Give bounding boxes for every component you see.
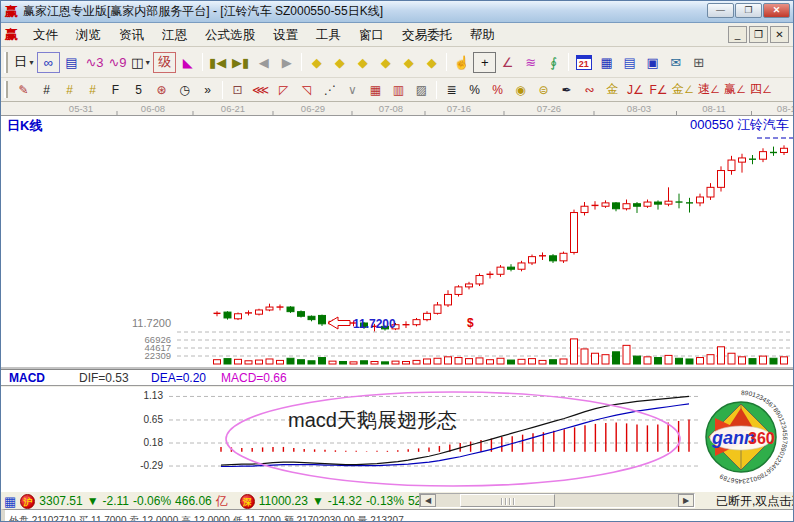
more-chevron-icon[interactable]: » — [196, 80, 219, 99]
gann-fan-icon[interactable]: ⋘ — [249, 80, 272, 99]
curve-tool-icon[interactable]: ∮ — [542, 52, 565, 73]
maximize-button[interactable]: ❐ — [735, 3, 762, 18]
menu-news[interactable]: 资讯 — [110, 26, 153, 44]
mail-icon[interactable]: ✉ — [664, 52, 687, 73]
connection-status-text[interactable]: 已断开,双点击连接 — [716, 493, 794, 510]
angle-f-icon[interactable]: F∠ — [647, 80, 670, 99]
shanghai-icon: 沪 — [20, 494, 35, 509]
angle-win-icon[interactable]: 赢∠ — [722, 80, 748, 99]
menu-trade-order[interactable]: 交易委托 — [393, 26, 461, 44]
pan-hand-icon[interactable]: ☝ — [450, 52, 473, 73]
angle-speed-icon[interactable]: 速∠ — [696, 80, 722, 99]
last-page-icon[interactable]: ▶▮ — [229, 52, 252, 73]
zoom-in-h-icon[interactable]: ◆ — [328, 52, 351, 73]
gann-grid-icon[interactable]: # — [35, 80, 58, 99]
info-panel-icon[interactable]: ▤ — [60, 52, 83, 73]
level-switch-icon[interactable]: 级 — [153, 52, 176, 73]
prev-bar-icon[interactable]: ◀ — [252, 52, 275, 73]
zoom-out-h-icon[interactable]: ◆ — [305, 52, 328, 73]
fib-levels-icon[interactable]: ≣ — [440, 80, 463, 99]
angle-four-icon[interactable]: 四∠ — [748, 80, 774, 99]
clock-icon[interactable]: ◷ — [173, 80, 196, 99]
band-tool-icon[interactable]: ≋ — [519, 52, 542, 73]
mdi-minimize-button[interactable]: _ — [728, 26, 747, 43]
calculator-icon[interactable]: ▦ — [595, 52, 618, 73]
gold-circle-icon[interactable]: ◉ — [509, 80, 532, 99]
draw-pencil-icon[interactable]: ✎ — [12, 80, 35, 99]
sz-change: -14.32 — [328, 494, 362, 508]
fan-box-icon[interactable]: ◸ — [272, 80, 295, 99]
toolbar-grip[interactable] — [4, 52, 8, 73]
minute-line-3-icon[interactable]: ∿3 — [83, 52, 106, 73]
mdi-restore-button[interactable]: ❐ — [749, 26, 768, 43]
scroll-left-icon[interactable]: ◀ — [420, 494, 436, 507]
toolbar-separator — [301, 53, 302, 71]
macd-indicator-label[interactable]: MACD — [9, 371, 45, 385]
spiral-grid-icon[interactable]: 5 — [127, 80, 150, 99]
compress-v-icon[interactable]: ◆ — [420, 52, 443, 73]
compress-h-icon[interactable]: ◆ — [374, 52, 397, 73]
minimize-button[interactable]: — — [707, 3, 734, 18]
red-grid2-icon[interactable]: ▥ — [387, 80, 410, 99]
quote-grid-icon[interactable]: ▦ — [4, 494, 16, 509]
wave-band-icon[interactable]: ∾ — [578, 80, 601, 99]
macd-chart-canvas[interactable]: 1.130.650.18-0.29macd天鹅展翅形态 — [1, 387, 794, 491]
sh-amount: 466.06 — [175, 494, 212, 508]
menu-formula-stock-pick[interactable]: 公式选股 — [196, 26, 264, 44]
trend-lines-icon[interactable]: ⋰ — [318, 80, 341, 99]
menu-settings[interactable]: 设置 — [264, 26, 307, 44]
gann360-logo: gann 360 8901234567890123456789012345678… — [695, 390, 793, 490]
buy-point-arrow-icon — [328, 317, 350, 329]
menu-browse[interactable]: 浏览 — [67, 26, 110, 44]
angle-gold-icon[interactable]: 金∠ — [670, 80, 696, 99]
zoom-v-icon[interactable]: ◆ — [397, 52, 420, 73]
toolbar-separator — [568, 53, 569, 71]
candle-style-button[interactable]: ◫▼ — [129, 52, 153, 73]
save-icon[interactable]: ▣ — [641, 52, 664, 73]
kline-period-button[interactable]: 日▼ — [12, 52, 37, 73]
index-quotes[interactable]: ▦ 沪 3307.51 ▼ -2.11 -0.06% 466.06亿 深 110… — [4, 492, 419, 510]
trade-panel-icon[interactable]: ⊞ — [687, 52, 710, 73]
candlestick-chart-canvas[interactable]: 05-3106-0806-2106-2907-0807-1607-2608-03… — [1, 102, 794, 369]
pct-red-icon[interactable]: % — [486, 80, 509, 99]
title-bar[interactable]: 赢 赢家江恩专业版[赢家内部服务平台] - [江铃汽车 SZ000550-55日… — [1, 1, 793, 23]
svg-text:22309: 22309 — [145, 350, 171, 361]
wave-overlay-icon[interactable]: ∞ — [37, 52, 60, 73]
calendar-icon[interactable]: 21 — [572, 52, 595, 73]
gold-grid-icon[interactable]: # — [58, 80, 81, 99]
zigzag-icon[interactable]: ∨ — [341, 80, 364, 99]
menu-help[interactable]: 帮助 — [461, 26, 504, 44]
next-bar-icon[interactable]: ▶ — [275, 52, 298, 73]
angle-j-icon[interactable]: J∠ — [624, 80, 647, 99]
gold-levels-icon[interactable]: ⊜ — [532, 80, 555, 99]
angle-measure-icon[interactable]: ∠ — [496, 52, 519, 73]
scrollbar-thumb[interactable] — [460, 494, 555, 507]
crosshair-icon[interactable]: + — [473, 52, 496, 73]
app-logo-icon: 赢 — [5, 3, 23, 21]
red-grid-icon[interactable]: ▦ — [364, 80, 387, 99]
menu-window[interactable]: 窗口 — [350, 26, 393, 44]
fan-grid-icon[interactable]: ◹ — [295, 80, 318, 99]
menu-tools[interactable]: 工具 — [307, 26, 350, 44]
expand-h-icon[interactable]: ◆ — [351, 52, 374, 73]
pen-tool-icon[interactable]: ✒ — [555, 80, 578, 99]
dif-value: DIF=0.53 — [79, 371, 129, 385]
pct-retrace-icon[interactable]: % — [463, 80, 486, 99]
first-page-icon[interactable]: ▮◀ — [206, 52, 229, 73]
mdi-close-button[interactable]: ✕ — [770, 26, 789, 43]
horizontal-scrollbar[interactable]: ◀ ▶ — [419, 493, 695, 508]
box-frame-icon[interactable]: ⊡ — [226, 80, 249, 99]
memo-icon[interactable]: ▤ — [618, 52, 641, 73]
menu-gann[interactable]: 江恩 — [153, 26, 196, 44]
scroll-right-icon[interactable]: ▶ — [678, 494, 694, 507]
f-grid-icon[interactable]: F — [104, 80, 127, 99]
gold-underline-icon[interactable]: 金 — [601, 80, 624, 99]
compass-icon[interactable]: ⊛ — [150, 80, 173, 99]
toolbar-grip[interactable] — [4, 81, 8, 97]
hatch-grid-icon[interactable]: ▨ — [410, 80, 433, 99]
minute-line-9-icon[interactable]: ∿9 — [106, 52, 129, 73]
gold-grid2-icon[interactable]: # — [81, 80, 104, 99]
volume-profile-icon[interactable]: ◣ — [176, 52, 199, 73]
menu-file[interactable]: 文件 — [24, 26, 67, 44]
close-button[interactable]: ✕ — [763, 3, 790, 18]
